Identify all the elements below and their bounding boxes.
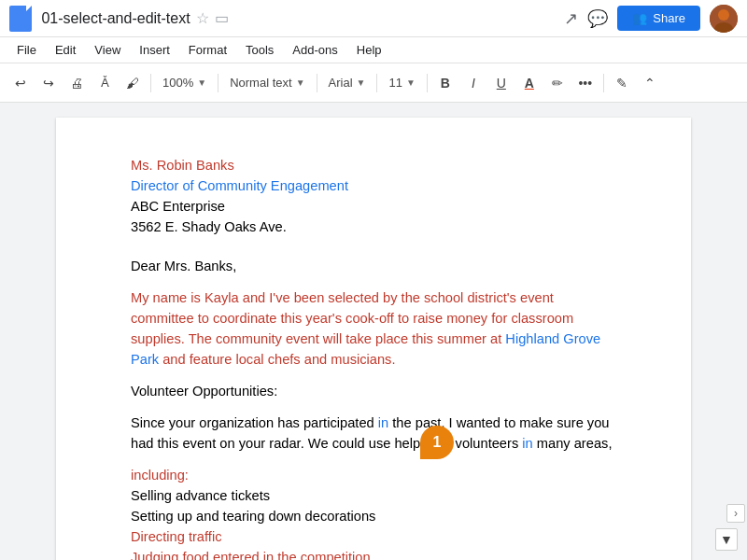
star-icon[interactable]: ☆ [196, 9, 209, 27]
undo-button[interactable]: ↩ [7, 70, 34, 96]
list-item-2: Setting up and tearing down decorations [131, 506, 616, 526]
spellcheck-button[interactable]: Ǎ [92, 70, 118, 96]
share-icon: 👥 [632, 11, 647, 25]
toolbar-separator-5 [427, 74, 428, 92]
list-item-3: Directing traffic [131, 526, 616, 547]
expand-button[interactable]: ⌃ [637, 70, 663, 96]
toolbar-separator-4 [376, 74, 377, 92]
redo-button[interactable]: ↪ [35, 70, 62, 96]
style-arrow-icon: ▼ [296, 77, 305, 88]
size-arrow-icon: ▼ [406, 77, 416, 88]
list-item-4: Judging food entered in the competition [131, 547, 616, 560]
volunteer-body-text: Since your organization has participated [131, 415, 378, 430]
menu-tools[interactable]: Tools [238, 41, 281, 59]
volunteer-body: Since your organization has participated… [131, 413, 616, 454]
salutation: Dear Mrs. Banks, [131, 256, 616, 276]
italic-button[interactable]: I [460, 70, 486, 96]
sender-title: Director of Community Engagement [131, 175, 616, 196]
bold-button[interactable]: B [432, 70, 458, 96]
menu-addons[interactable]: Add-ons [285, 41, 345, 59]
in-text-2: in [522, 436, 532, 451]
toolbar-separator-2 [218, 74, 218, 92]
zoom-arrow-icon: ▼ [197, 77, 206, 88]
scroll-down-button[interactable]: ▼ [715, 528, 738, 551]
more-options-button[interactable]: ••• [572, 70, 599, 96]
volunteer-header: Volunteer Opportunities: [131, 381, 616, 401]
toolbar-separator-6 [603, 74, 604, 92]
toolbar-separator-1 [150, 74, 151, 92]
font-size-dropdown[interactable]: 11 ▼ [382, 70, 421, 96]
menu-file[interactable]: File [9, 41, 44, 59]
zoom-dropdown[interactable]: 100% ▼ [156, 70, 213, 96]
edit-mode-button[interactable]: ✎ [609, 70, 635, 96]
body1-red-text-2: and feature local chefs and musicians. [159, 352, 395, 367]
svg-point-1 [718, 9, 729, 21]
sender-company: ABC Enterprise [131, 196, 616, 217]
in-text-1: in [378, 415, 388, 430]
volunteer-body-text-3: many areas, [533, 436, 613, 451]
share-button[interactable]: 👥 Share [617, 6, 700, 31]
sender-name: Ms. Robin Banks [131, 155, 616, 175]
font-arrow-icon: ▼ [357, 77, 366, 88]
sender-address: 3562 E. Shady Oaks Ave. [131, 217, 616, 237]
title-bar: 01-select-and-edit-text ☆ ▭ ↗ 💬 👥 Share [0, 0, 747, 37]
underline-button[interactable]: U [488, 70, 514, 96]
annotation-badge-1: 1 [420, 426, 454, 459]
body-paragraph-1: My name is Kayla and I've been selected … [131, 287, 616, 370]
menu-insert[interactable]: Insert [132, 41, 177, 59]
document-area: Ms. Robin Banks Director of Community En… [0, 103, 747, 560]
menu-bar: File Edit View Insert Format Tools Add-o… [0, 37, 747, 63]
doc-title[interactable]: 01-select-and-edit-text [41, 10, 190, 27]
expand-right-button[interactable]: › [726, 504, 745, 523]
menu-view[interactable]: View [87, 41, 128, 59]
list-item-1: Selling advance tickets [131, 485, 616, 506]
including-red: including: [131, 468, 189, 483]
menu-help[interactable]: Help [349, 41, 389, 59]
style-dropdown[interactable]: Normal text ▼ [223, 70, 311, 96]
toolbar: ↩ ↪ 🖨 Ǎ 🖌 100% ▼ Normal text ▼ Arial ▼ … [0, 63, 747, 103]
highlight-button[interactable]: ✏ [544, 70, 571, 96]
toolbar-separator-3 [317, 74, 317, 92]
doc-title-area: 01-select-and-edit-text ☆ ▭ [32, 9, 564, 27]
document-page[interactable]: Ms. Robin Banks Director of Community En… [56, 118, 691, 560]
menu-format[interactable]: Format [181, 41, 234, 59]
font-color-button[interactable]: A [516, 70, 543, 96]
print-button[interactable]: 🖨 [63, 70, 90, 96]
including-line: including: [131, 465, 616, 485]
comment-icon[interactable]: 💬 [587, 8, 608, 29]
avatar[interactable] [710, 5, 738, 33]
folder-icon[interactable]: ▭ [215, 9, 229, 27]
trend-icon[interactable]: ↗ [564, 8, 578, 29]
top-right-actions: ↗ 💬 👥 Share [564, 5, 738, 33]
docs-logo-icon [9, 6, 32, 32]
paint-format-button[interactable]: 🖌 [120, 70, 146, 96]
menu-edit[interactable]: Edit [48, 41, 83, 59]
font-dropdown[interactable]: Arial ▼ [322, 70, 373, 96]
